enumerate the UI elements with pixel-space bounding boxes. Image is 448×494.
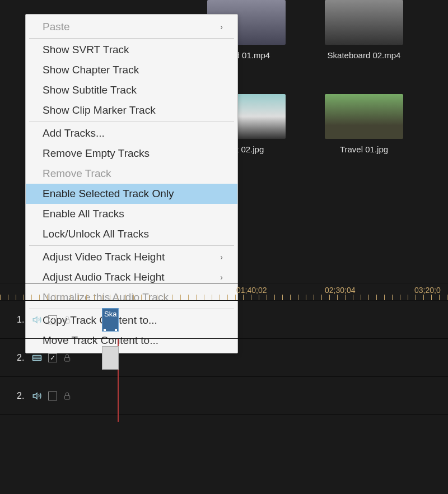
track-row[interactable]: 1.✓Ska (0, 301, 448, 339)
media-thumbnail[interactable] (325, 94, 403, 139)
menu-item-remove-track: Remove Track (26, 164, 237, 184)
timeline-clip[interactable] (102, 346, 119, 370)
track-enable-checkbox[interactable]: ✓ (48, 315, 57, 324)
menu-item-label: Show SVRT Track (43, 44, 129, 56)
lock-icon[interactable] (63, 353, 72, 363)
menu-item-paste: Paste› (26, 17, 237, 37)
ruler-mark: 01;40;02 (236, 286, 267, 295)
timeline-area: 01;40;0202;30;0403;20;0 1.✓Ska2.✓2. (0, 283, 448, 415)
menu-item-add-tracks[interactable]: Add Tracks... (26, 123, 237, 143)
svg-rect-1 (33, 355, 41, 360)
tracks-container: 1.✓Ska2.✓2. (0, 301, 448, 415)
menu-item-label: Enable Selected Track Only (43, 188, 174, 200)
menu-item-label: Add Tracks... (43, 127, 105, 139)
track-row[interactable]: 2. (0, 377, 448, 415)
menu-item-adjust-video-track-height[interactable]: Adjust Video Track Height› (26, 247, 237, 267)
track-header: 2.✓ (17, 353, 95, 363)
menu-separator (29, 245, 234, 246)
track-header: 1.✓ (17, 315, 95, 325)
menu-item-remove-empty-tracks[interactable]: Remove Empty Tracks (26, 143, 237, 164)
speaker-icon[interactable] (31, 315, 43, 325)
media-panel: oard 01.mp4 Skateboard 02.mp4 ort 02.jpg… (207, 0, 448, 168)
media-label: Travel 01.jpg (340, 145, 388, 154)
menu-item-show-clip-marker-track[interactable]: Show Clip Marker Track (26, 100, 237, 120)
media-item[interactable]: Travel 01.jpg (325, 94, 403, 169)
svg-rect-4 (64, 357, 69, 361)
track-number: 1. (17, 315, 26, 325)
menu-item-label: Adjust Audio Track Height (43, 271, 165, 283)
track-header: 2. (17, 391, 95, 401)
lock-icon[interactable] (63, 315, 72, 325)
menu-item-label: Paste (43, 21, 70, 33)
svg-rect-0 (64, 319, 69, 323)
menu-item-label: Show Subtitle Track (43, 84, 137, 96)
media-label: Skateboard 02.mp4 (328, 50, 401, 60)
menu-item-lock-unlock-all-tracks[interactable]: Lock/Unlock All Tracks (26, 224, 237, 244)
menu-item-enable-selected-track-only[interactable]: Enable Selected Track Only (26, 184, 237, 204)
track-enable-checkbox[interactable] (48, 392, 57, 400)
menu-item-show-svrt-track[interactable]: Show SVRT Track (26, 40, 237, 60)
track-number: 2. (17, 391, 26, 401)
chevron-right-icon: › (220, 22, 223, 31)
menu-separator (29, 122, 234, 122)
menu-item-label: Enable All Tracks (43, 208, 124, 220)
timeline-clip[interactable]: Ska (102, 308, 119, 332)
lock-icon[interactable] (63, 391, 72, 401)
filmstrip-icon[interactable] (31, 353, 43, 363)
menu-separator (29, 38, 234, 39)
menu-item-label: Adjust Video Track Height (43, 251, 165, 263)
menu-item-enable-all-tracks[interactable]: Enable All Tracks (26, 204, 237, 224)
media-thumbnail[interactable] (325, 0, 403, 45)
track-number: 2. (17, 353, 26, 363)
ruler-ticks (0, 295, 448, 300)
track-enable-checkbox[interactable]: ✓ (48, 353, 57, 362)
menu-item-label: Show Chapter Track (43, 64, 139, 76)
menu-item-label: Remove Track (43, 167, 111, 180)
menu-item-show-chapter-track[interactable]: Show Chapter Track (26, 60, 237, 80)
svg-rect-5 (64, 395, 69, 399)
timeline-ruler[interactable]: 01;40;0202;30;0403;20;0 (0, 283, 448, 301)
menu-item-show-subtitle-track[interactable]: Show Subtitle Track (26, 80, 237, 100)
chevron-right-icon: › (220, 253, 223, 262)
ruler-mark: 03;20;0 (414, 286, 441, 295)
media-item[interactable]: Skateboard 02.mp4 (325, 0, 403, 74)
menu-item-label: Show Clip Marker Track (43, 104, 156, 116)
menu-item-label: Lock/Unlock All Tracks (43, 228, 149, 240)
track-row[interactable]: 2.✓ (0, 339, 448, 377)
chevron-right-icon: › (220, 273, 223, 282)
speaker-icon[interactable] (31, 391, 43, 401)
ruler-mark: 02;30;04 (325, 286, 356, 295)
menu-item-label: Remove Empty Tracks (43, 147, 150, 160)
